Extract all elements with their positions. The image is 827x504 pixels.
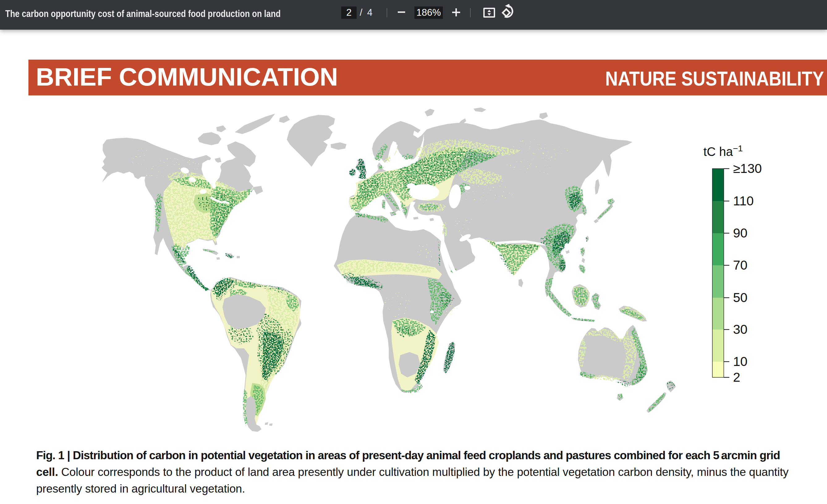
svg-text:10: 10: [733, 354, 747, 369]
svg-text:≥130: ≥130: [733, 161, 762, 176]
svg-text:70: 70: [733, 258, 747, 272]
svg-text:110: 110: [733, 193, 754, 208]
svg-text:90: 90: [733, 226, 747, 240]
svg-text:30: 30: [733, 322, 747, 337]
svg-text:50: 50: [733, 290, 747, 305]
svg-text:tC ha−1: tC ha−1: [703, 144, 743, 159]
svg-text:2: 2: [733, 370, 740, 385]
